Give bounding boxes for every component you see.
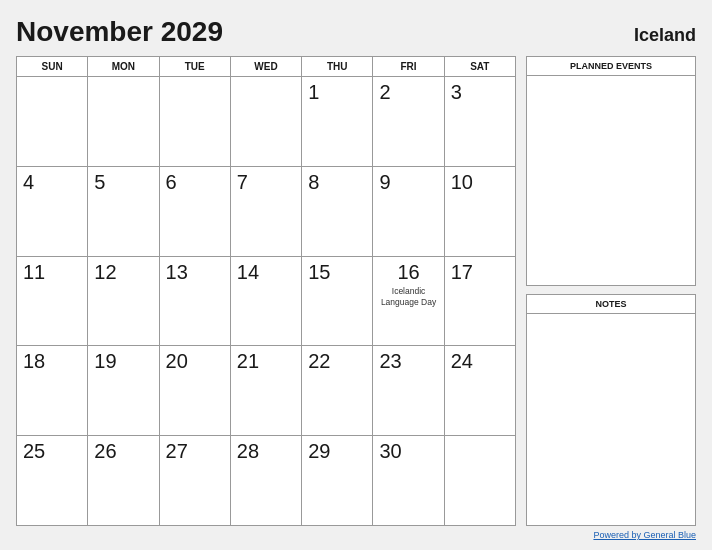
table-row: 23 — [373, 346, 444, 436]
planned-events-header: PLANNED EVENTS — [527, 57, 695, 76]
table-row — [230, 77, 301, 167]
day-number: 6 — [166, 171, 177, 193]
calendar-table: SUN MON TUE WED THU FRI SAT 123456789101… — [16, 56, 516, 526]
table-row: 29 — [302, 436, 373, 526]
day-number: 25 — [23, 440, 45, 462]
day-number: 11 — [23, 261, 45, 283]
table-row: 9 — [373, 166, 444, 256]
table-row: 26 — [88, 436, 159, 526]
powered-by-link[interactable]: Powered by General Blue — [593, 530, 696, 540]
calendar-section: SUN MON TUE WED THU FRI SAT 123456789101… — [16, 56, 516, 526]
table-row: 28 — [230, 436, 301, 526]
col-header-tue: TUE — [159, 57, 230, 77]
table-row: 17 — [444, 256, 515, 346]
table-row: 19 — [88, 346, 159, 436]
powered-by-footer: Powered by General Blue — [16, 530, 696, 540]
table-row: 6 — [159, 166, 230, 256]
table-row: 15 — [302, 256, 373, 346]
table-row: 27 — [159, 436, 230, 526]
table-row: 4 — [17, 166, 88, 256]
day-number: 9 — [379, 171, 390, 193]
month-year-title: November 2029 — [16, 16, 223, 48]
day-number: 16 — [397, 261, 419, 284]
day-number: 10 — [451, 171, 473, 193]
day-number: 14 — [237, 261, 259, 283]
day-number: 13 — [166, 261, 188, 283]
table-row: 30 — [373, 436, 444, 526]
table-row: 2 — [373, 77, 444, 167]
main-content: SUN MON TUE WED THU FRI SAT 123456789101… — [16, 56, 696, 526]
table-row: 14 — [230, 256, 301, 346]
day-number: 2 — [379, 81, 390, 103]
day-number: 12 — [94, 261, 116, 283]
table-row: 5 — [88, 166, 159, 256]
day-number: 4 — [23, 171, 34, 193]
col-header-thu: THU — [302, 57, 373, 77]
table-row: 13 — [159, 256, 230, 346]
day-number: 20 — [166, 350, 188, 372]
table-row: 7 — [230, 166, 301, 256]
table-row: 22 — [302, 346, 373, 436]
page-header: November 2029 Iceland — [16, 16, 696, 48]
table-row: 8 — [302, 166, 373, 256]
notes-header: NOTES — [527, 295, 695, 314]
table-row: 12 — [88, 256, 159, 346]
table-row: 18 — [17, 346, 88, 436]
col-header-wed: WED — [230, 57, 301, 77]
calendar-page: November 2029 Iceland SUN MON TUE WED TH… — [0, 0, 712, 550]
day-number: 18 — [23, 350, 45, 372]
day-number: 22 — [308, 350, 330, 372]
col-header-sat: SAT — [444, 57, 515, 77]
table-row: 25 — [17, 436, 88, 526]
day-number: 5 — [94, 171, 105, 193]
day-number: 8 — [308, 171, 319, 193]
right-section: PLANNED EVENTS NOTES — [526, 56, 696, 526]
table-row — [159, 77, 230, 167]
day-number: 15 — [308, 261, 330, 283]
day-number: 17 — [451, 261, 473, 283]
table-row — [444, 436, 515, 526]
day-number: 26 — [94, 440, 116, 462]
col-header-sun: SUN — [17, 57, 88, 77]
col-header-fri: FRI — [373, 57, 444, 77]
day-number: 3 — [451, 81, 462, 103]
table-row: 3 — [444, 77, 515, 167]
day-number: 27 — [166, 440, 188, 462]
country-title: Iceland — [634, 25, 696, 46]
day-number: 29 — [308, 440, 330, 462]
planned-events-body — [527, 76, 695, 285]
day-number: 24 — [451, 350, 473, 372]
notes-body — [527, 314, 695, 525]
day-number: 30 — [379, 440, 401, 462]
day-number: 23 — [379, 350, 401, 372]
planned-events-box: PLANNED EVENTS — [526, 56, 696, 286]
table-row: 16Icelandic Language Day — [373, 256, 444, 346]
col-header-mon: MON — [88, 57, 159, 77]
event-label: Icelandic Language Day — [379, 286, 437, 308]
table-row: 21 — [230, 346, 301, 436]
day-number: 21 — [237, 350, 259, 372]
table-row — [17, 77, 88, 167]
table-row — [88, 77, 159, 167]
table-row: 1 — [302, 77, 373, 167]
day-number: 28 — [237, 440, 259, 462]
notes-box: NOTES — [526, 294, 696, 526]
table-row: 10 — [444, 166, 515, 256]
event-cell: 16Icelandic Language Day — [379, 261, 437, 308]
day-number: 1 — [308, 81, 319, 103]
table-row: 11 — [17, 256, 88, 346]
day-number: 7 — [237, 171, 248, 193]
table-row: 24 — [444, 346, 515, 436]
day-number: 19 — [94, 350, 116, 372]
table-row: 20 — [159, 346, 230, 436]
